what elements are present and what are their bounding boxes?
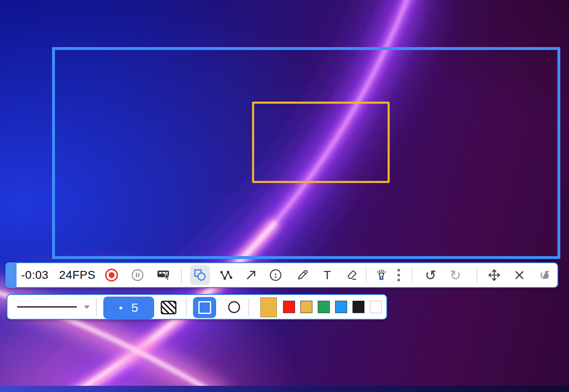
palette-color-swatch[interactable]	[352, 301, 364, 313]
fps-label: 24FPS	[59, 268, 95, 282]
counter-badge-icon: 1	[269, 268, 282, 282]
recording-timer: -0:03	[21, 268, 48, 282]
toolbar-divider	[366, 267, 367, 283]
text-tool-icon: T	[324, 268, 331, 282]
chevron-down-icon	[84, 306, 90, 309]
line-style-dropdown[interactable]	[9, 297, 94, 317]
wallpaper-floor-strip	[0, 386, 569, 392]
pause-button[interactable]	[128, 265, 148, 285]
cursor-recording-icon	[157, 268, 171, 282]
thickness-button[interactable]: 5	[103, 297, 154, 319]
record-icon	[104, 268, 119, 283]
polyline-tool-button[interactable]	[216, 265, 236, 285]
shapes-icon	[193, 268, 207, 282]
polyline-icon	[219, 268, 233, 282]
arrow-icon	[244, 268, 257, 282]
counter-badge-number: 1	[274, 272, 277, 279]
toolbar-divider	[96, 298, 97, 316]
spotlight-icon	[375, 269, 388, 281]
toolbar-divider	[181, 267, 182, 283]
recorder-toolbar: -0:03 24FPS	[5, 262, 558, 288]
restart-icon: ↺	[538, 268, 551, 282]
redo-icon: ↻	[450, 268, 461, 282]
pencil-icon	[296, 268, 309, 282]
shape-rectangle-button[interactable]	[193, 297, 216, 318]
toolbar-divider	[412, 267, 412, 283]
redo-button[interactable]: ↻	[445, 265, 465, 285]
palette-color-swatch[interactable]	[335, 301, 347, 313]
pause-icon	[131, 268, 144, 282]
text-tool-button[interactable]: T	[317, 265, 337, 285]
eraser-tool-button[interactable]	[342, 265, 362, 285]
toolbar-divider	[248, 298, 249, 316]
thickness-value: 5	[131, 301, 138, 315]
undo-icon: ↺	[425, 268, 436, 282]
restart-recording-button[interactable]: ↺	[535, 265, 555, 285]
arrow-tool-button[interactable]	[241, 265, 261, 285]
line-style-sample	[17, 306, 77, 308]
annotation-rectangle[interactable]	[252, 102, 390, 183]
palette-color-swatch[interactable]	[300, 301, 312, 313]
style-toolbar: 5	[7, 294, 387, 320]
thickness-dot-icon	[119, 306, 122, 309]
kebab-menu-icon	[396, 268, 401, 282]
record-button[interactable]	[102, 265, 121, 285]
current-color-swatch[interactable]	[260, 297, 277, 317]
toolbar-divider	[186, 298, 187, 316]
palette-color-swatch[interactable]	[318, 301, 330, 313]
eraser-icon	[345, 268, 358, 282]
shape-tool-button[interactable]	[190, 265, 210, 285]
fill-style-button[interactable]	[161, 301, 176, 314]
toolbar-drag-handle[interactable]	[5, 262, 17, 288]
more-options-button[interactable]	[389, 265, 409, 285]
close-icon	[513, 269, 526, 281]
cursor-recording-button[interactable]	[154, 265, 174, 285]
spotlight-tool-button[interactable]	[371, 265, 391, 285]
close-button[interactable]	[509, 265, 529, 285]
ellipse-icon	[228, 301, 240, 313]
move-toolbar-button[interactable]	[484, 265, 504, 285]
counter-tool-button[interactable]: 1	[266, 265, 286, 285]
palette-color-swatch[interactable]	[283, 301, 295, 313]
shape-ellipse-button[interactable]	[225, 298, 243, 316]
pencil-tool-button[interactable]	[293, 265, 312, 285]
undo-button[interactable]: ↺	[421, 265, 440, 285]
rectangle-icon	[198, 301, 211, 314]
move-icon	[487, 268, 501, 282]
palette-color-swatch[interactable]	[370, 301, 382, 313]
toolbar-divider	[476, 267, 477, 283]
